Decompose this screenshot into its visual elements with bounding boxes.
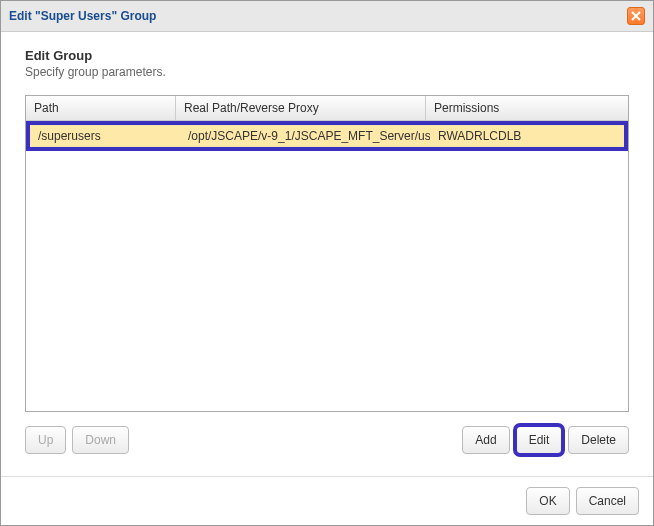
edit-button[interactable]: Edit <box>516 426 563 454</box>
add-button[interactable]: Add <box>462 426 509 454</box>
column-header-realpath[interactable]: Real Path/Reverse Proxy <box>176 96 426 120</box>
dialog-footer: OK Cancel <box>1 476 653 525</box>
dialog-title: Edit "Super Users" Group <box>9 9 156 23</box>
dialog-content: Edit Group Specify group parameters. Pat… <box>1 32 653 476</box>
section-description: Specify group parameters. <box>25 65 629 79</box>
cell-realpath: /opt/JSCAPE/v-9_1/JSCAPE_MFT_Server/use <box>180 125 430 147</box>
table-row[interactable]: /superusers /opt/JSCAPE/v-9_1/JSCAPE_MFT… <box>26 121 628 151</box>
edit-group-dialog: Edit "Super Users" Group Edit Group Spec… <box>0 0 654 526</box>
close-button[interactable] <box>627 7 645 25</box>
table-button-row: Up Down Add Edit Delete <box>25 412 629 460</box>
ok-button[interactable]: OK <box>526 487 569 515</box>
cell-path: /superusers <box>30 125 180 147</box>
cancel-button[interactable]: Cancel <box>576 487 639 515</box>
table-header: Path Real Path/Reverse Proxy Permissions <box>26 96 628 121</box>
delete-button[interactable]: Delete <box>568 426 629 454</box>
close-icon <box>631 11 641 21</box>
paths-table: Path Real Path/Reverse Proxy Permissions… <box>25 95 629 412</box>
column-header-path[interactable]: Path <box>26 96 176 120</box>
column-header-permissions[interactable]: Permissions <box>426 96 628 120</box>
down-button[interactable]: Down <box>72 426 129 454</box>
section-title: Edit Group <box>25 48 629 63</box>
table-body: /superusers /opt/JSCAPE/v-9_1/JSCAPE_MFT… <box>26 121 628 411</box>
cell-permissions: RWADRLCDLB <box>430 125 624 147</box>
up-button[interactable]: Up <box>25 426 66 454</box>
title-bar: Edit "Super Users" Group <box>1 1 653 32</box>
